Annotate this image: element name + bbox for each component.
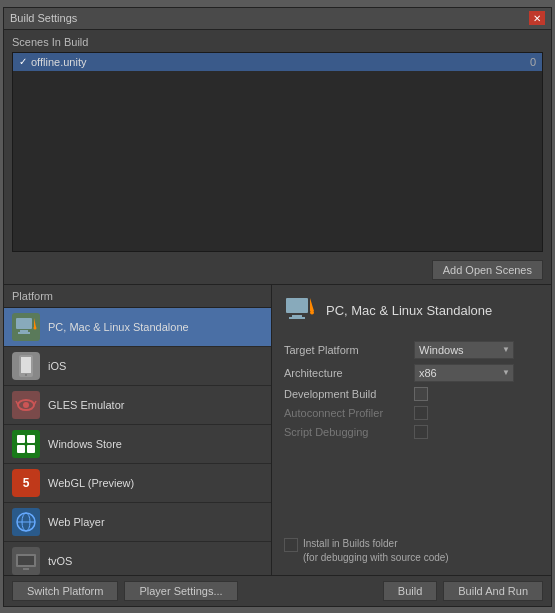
platform-section-label: Platform xyxy=(4,285,271,308)
svg-line-11 xyxy=(34,401,36,405)
right-platform-icon xyxy=(284,295,316,327)
svg-marker-3 xyxy=(34,318,36,327)
platform-icon-gles xyxy=(12,391,40,419)
architecture-select[interactable]: x86 x86_64 xyxy=(414,364,514,382)
svg-line-10 xyxy=(16,401,18,405)
platform-item-label-tvos: tvOS xyxy=(48,555,72,567)
platform-item-label-webplayer: Web Player xyxy=(48,516,105,528)
settings-key-autoconnect: Autoconnect Profiler xyxy=(284,407,414,419)
target-platform-select[interactable]: Windows Mac OS X Linux xyxy=(414,341,514,359)
settings-key-target: Target Platform xyxy=(284,344,414,356)
platform-icon-webgl: 5 xyxy=(12,469,40,497)
svg-rect-20 xyxy=(289,317,305,319)
scene-item[interactable]: ✓ offline.unity 0 xyxy=(13,53,542,71)
switch-platform-button[interactable]: Switch Platform xyxy=(12,581,118,601)
settings-row-autoconnect: Autoconnect Profiler xyxy=(284,406,539,420)
platform-item-pc[interactable]: PC, Mac & Linux Standalone xyxy=(4,308,271,347)
platform-item-webgl[interactable]: 5 WebGL (Preview) xyxy=(4,464,271,503)
add-open-scenes-row: Add Open Scenes xyxy=(4,256,551,284)
svg-rect-19 xyxy=(292,315,302,317)
svg-rect-16 xyxy=(18,556,34,565)
svg-rect-18 xyxy=(286,298,308,313)
platform-icon-pc xyxy=(12,313,40,341)
bottom-left: Switch Platform Player Settings... xyxy=(12,581,238,601)
platform-item-ios[interactable]: iOS xyxy=(4,347,271,386)
close-button[interactable]: ✕ xyxy=(529,11,545,25)
platform-icon-tvos xyxy=(12,547,40,575)
window-title: Build Settings xyxy=(10,12,77,24)
install-checkbox[interactable] xyxy=(284,538,298,552)
settings-key-arch: Architecture xyxy=(284,367,414,379)
settings-key-script: Script Debugging xyxy=(284,426,414,438)
install-label: Install in Builds folder xyxy=(303,538,398,549)
platform-item-label-winstore: Windows Store xyxy=(48,438,122,450)
platform-section: Platform xyxy=(4,284,551,575)
build-settings-window: Build Settings ✕ Scenes In Build ✓ offli… xyxy=(3,7,552,607)
dev-build-checkbox[interactable] xyxy=(414,387,428,401)
platform-item-gles[interactable]: GLES Emulator xyxy=(4,386,271,425)
gles-icon xyxy=(14,393,38,417)
build-button[interactable]: Build xyxy=(383,581,437,601)
autoconnect-checkbox[interactable] xyxy=(414,406,428,420)
svg-point-22 xyxy=(310,310,314,314)
settings-row-script-debug: Script Debugging xyxy=(284,425,539,439)
platform-right: PC, Mac & Linux Standalone Target Platfo… xyxy=(272,285,551,575)
script-debug-checkbox[interactable] xyxy=(414,425,428,439)
svg-point-9 xyxy=(23,402,29,408)
platform-item-tvos[interactable]: tvOS xyxy=(4,542,271,575)
platform-list: PC, Mac & Linux Standalone xyxy=(4,308,271,575)
platform-icon-webplayer xyxy=(12,508,40,536)
platform-icon-ios xyxy=(12,352,40,380)
platform-item-winstore[interactable]: Windows Store xyxy=(4,425,271,464)
pc-icon xyxy=(14,315,38,339)
target-platform-select-wrapper: Windows Mac OS X Linux ▼ xyxy=(414,341,514,359)
add-open-scenes-button[interactable]: Add Open Scenes xyxy=(432,260,543,280)
platform-item-webplayer[interactable]: Web Player xyxy=(4,503,271,542)
ios-icon xyxy=(14,354,38,378)
platform-icon-winstore xyxy=(12,430,40,458)
platform-item-label-pc: PC, Mac & Linux Standalone xyxy=(48,321,189,333)
install-sub: (for debugging with source code) xyxy=(303,552,449,563)
settings-row-architecture: Architecture x86 x86_64 ▼ xyxy=(284,364,539,382)
main-content: Scenes In Build ✓ offline.unity 0 Add Op… xyxy=(4,30,551,575)
platform-left: Platform xyxy=(4,285,272,575)
svg-point-7 xyxy=(25,374,27,376)
svg-rect-1 xyxy=(20,330,28,332)
svg-marker-21 xyxy=(310,298,314,311)
svg-rect-2 xyxy=(18,332,30,334)
right-header: PC, Mac & Linux Standalone xyxy=(284,295,539,327)
platform-item-label-gles: GLES Emulator xyxy=(48,399,124,411)
tvos-icon xyxy=(14,549,38,573)
bottom-bar: Switch Platform Player Settings... Build… xyxy=(4,575,551,606)
title-bar: Build Settings ✕ xyxy=(4,8,551,30)
build-and-run-button[interactable]: Build And Run xyxy=(443,581,543,601)
settings-row-dev-build: Development Build xyxy=(284,387,539,401)
svg-rect-17 xyxy=(23,568,29,570)
scenes-list: ✓ offline.unity 0 xyxy=(12,52,543,252)
settings-key-dev: Development Build xyxy=(284,388,414,400)
svg-rect-0 xyxy=(16,318,32,329)
svg-rect-6 xyxy=(21,357,31,373)
settings-row-target-platform: Target Platform Windows Mac OS X Linux ▼ xyxy=(284,341,539,359)
scenes-section: Scenes In Build ✓ offline.unity 0 xyxy=(4,30,551,256)
install-row: Install in Builds folder (for debugging … xyxy=(284,537,539,565)
right-platform-title: PC, Mac & Linux Standalone xyxy=(326,303,492,318)
scenes-label: Scenes In Build xyxy=(12,36,543,48)
webplayer-icon xyxy=(14,510,38,534)
platform-item-label-ios: iOS xyxy=(48,360,66,372)
svg-point-4 xyxy=(34,326,37,329)
scene-checkmark: ✓ xyxy=(19,56,27,67)
right-pc-icon xyxy=(284,295,316,327)
bottom-right: Build Build And Run xyxy=(383,581,543,601)
player-settings-button[interactable]: Player Settings... xyxy=(124,581,237,601)
platform-item-label-webgl: WebGL (Preview) xyxy=(48,477,134,489)
scene-index: 0 xyxy=(530,56,536,68)
architecture-select-wrapper: x86 x86_64 ▼ xyxy=(414,364,514,382)
scene-name: offline.unity xyxy=(31,56,86,68)
